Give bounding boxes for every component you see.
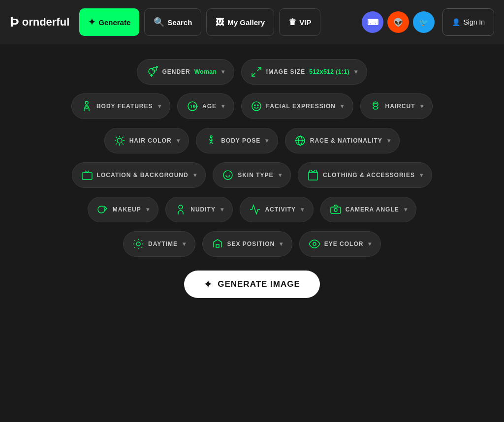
vip-nav-button[interactable]: ♛ VIP — [279, 8, 320, 36]
discord-icon: ⌨ — [367, 18, 378, 27]
social-icons: ⌨ 👽 🐦 👤 Sign In — [362, 8, 494, 36]
header: Þ ornderful ✦ Generate 🔍 Search 🖼 My Gal… — [0, 0, 504, 44]
skin-type-chevron: ▾ — [279, 172, 282, 179]
generate-nav-icon: ✦ — [88, 17, 95, 28]
facial-expression-icon — [251, 100, 262, 112]
search-nav-icon: 🔍 — [154, 17, 164, 28]
hair-color-icon — [114, 135, 126, 147]
body-features-icon — [81, 100, 93, 112]
haircut-label: HAIRCUT — [385, 103, 415, 110]
body-features-filter[interactable]: BODY FEATURES ▾ — [71, 93, 170, 119]
nudity-filter[interactable]: NUDITY ▾ — [165, 197, 233, 222]
location-background-filter[interactable]: LOCATION & BACKGROUND ▾ — [72, 162, 206, 188]
image-size-icon — [251, 66, 262, 78]
daytime-icon — [132, 238, 144, 250]
hair-color-filter[interactable]: HAIR COLOR ▾ — [104, 128, 189, 153]
hair-color-chevron: ▾ — [177, 137, 180, 144]
filter-row-3: HAIR COLOR ▾ BODY POSE ▾ RACE & NATIONAL… — [30, 128, 474, 153]
generate-nav-label: Generate — [98, 18, 130, 27]
facial-expression-label: FACIAL EXPRESSION — [266, 103, 336, 110]
clothing-accessories-chevron: ▾ — [420, 172, 423, 179]
age-chevron: ▾ — [221, 103, 225, 110]
gallery-nav-icon: 🖼 — [216, 17, 224, 28]
filter-row-4: LOCATION & BACKGROUND ▾ SKIN TYPE ▾ CLOT… — [30, 162, 474, 188]
race-nationality-icon — [294, 135, 306, 147]
skin-type-filter[interactable]: SKIN TYPE ▾ — [213, 162, 291, 188]
makeup-chevron: ▾ — [146, 206, 150, 213]
logo-text: ornderful — [22, 16, 70, 29]
activity-filter[interactable]: ACTIVITY ▾ — [240, 197, 313, 222]
generate-nav-button[interactable]: ✦ Generate — [79, 8, 139, 36]
vip-nav-icon: ♛ — [288, 17, 296, 28]
gallery-nav-label: My Gallery — [227, 18, 265, 27]
facial-expression-filter[interactable]: FACIAL EXPRESSION ▾ — [241, 93, 353, 119]
image-size-chevron: ▾ — [354, 68, 358, 75]
haircut-filter[interactable]: HAIRCUT ▾ — [360, 93, 433, 119]
daytime-chevron: ▾ — [183, 241, 186, 247]
generate-image-icon: ✦ — [204, 278, 213, 290]
signin-button[interactable]: 👤 Sign In — [442, 8, 494, 36]
nudity-icon — [175, 204, 187, 215]
activity-chevron: ▾ — [301, 206, 304, 213]
svg-point-25 — [136, 242, 140, 246]
svg-point-12 — [252, 102, 261, 111]
svg-point-15 — [373, 102, 378, 107]
body-pose-chevron: ▾ — [265, 137, 269, 144]
eye-color-filter[interactable]: EYE COLOR ▾ — [299, 231, 381, 257]
image-size-label: IMAGE SIZE — [266, 68, 305, 75]
svg-point-13 — [254, 105, 255, 106]
generate-image-label: GENERATE IMAGE — [218, 279, 300, 289]
svg-point-21 — [98, 206, 105, 213]
age-icon: 18+ — [187, 100, 198, 112]
svg-point-20 — [223, 171, 232, 180]
svg-point-17 — [210, 136, 212, 138]
image-size-filter[interactable]: IMAGE SIZE 512x512 (1:1) ▾ — [241, 59, 367, 85]
sex-position-chevron: ▾ — [280, 241, 283, 247]
svg-point-16 — [117, 138, 122, 143]
reddit-button[interactable]: 👽 — [387, 11, 409, 33]
race-nationality-filter[interactable]: RACE & NATIONALITY ▾ — [285, 128, 400, 153]
clothing-accessories-filter[interactable]: CLOTHING & ACCESSORIES ▾ — [298, 162, 432, 188]
main-content: GENDER Woman ▾ IMAGE SIZE 512x512 (1:1) … — [0, 44, 504, 313]
svg-point-24 — [334, 209, 337, 211]
body-features-chevron: ▾ — [158, 103, 161, 110]
svg-point-27 — [313, 242, 316, 245]
clothing-accessories-label: CLOTHING & ACCESSORIES — [323, 172, 415, 179]
nudity-chevron: ▾ — [220, 206, 224, 213]
makeup-filter[interactable]: MAKEUP ▾ — [88, 197, 159, 222]
gender-chevron: ▾ — [221, 68, 225, 75]
body-pose-label: BODY POSE — [221, 137, 260, 144]
image-size-value: 512x512 (1:1) — [309, 68, 349, 75]
sex-position-filter[interactable]: SEX POSITION ▾ — [202, 231, 292, 257]
daytime-filter[interactable]: DAYTIME ▾ — [123, 231, 195, 257]
svg-rect-23 — [331, 207, 341, 213]
logo-icon: Þ — [10, 14, 19, 30]
discord-button[interactable]: ⌨ — [362, 11, 383, 33]
camera-angle-icon — [330, 204, 342, 215]
vip-nav-label: VIP — [299, 18, 311, 27]
twitter-button[interactable]: 🐦 — [413, 11, 435, 33]
generate-image-button[interactable]: ✦ GENERATE IMAGE — [184, 271, 320, 298]
body-features-label: BODY FEATURES — [96, 103, 153, 110]
svg-point-14 — [257, 105, 258, 106]
location-background-icon — [81, 169, 93, 181]
skin-type-label: SKIN TYPE — [238, 172, 273, 179]
camera-angle-filter[interactable]: CAMERA ANGLE ▾ — [320, 197, 417, 222]
activity-icon — [249, 204, 261, 215]
makeup-icon — [97, 204, 109, 215]
body-pose-filter[interactable]: BODY POSE ▾ — [196, 128, 278, 153]
camera-angle-label: CAMERA ANGLE — [346, 206, 399, 213]
skin-type-icon — [222, 169, 234, 181]
gender-filter[interactable]: GENDER Woman ▾ — [137, 59, 234, 85]
search-nav-label: Search — [167, 18, 192, 27]
svg-point-22 — [179, 205, 183, 209]
race-nationality-chevron: ▾ — [387, 137, 391, 144]
age-filter[interactable]: 18+ AGE ▾ — [177, 93, 234, 119]
twitter-icon: 🐦 — [419, 18, 429, 27]
race-nationality-label: RACE & NATIONALITY — [310, 137, 382, 144]
gallery-nav-button[interactable]: 🖼 My Gallery — [206, 8, 274, 36]
search-nav-button[interactable]: 🔍 Search — [144, 8, 201, 36]
filter-row-2: BODY FEATURES ▾ 18+ AGE ▾ FACIAL EXPRESS… — [30, 93, 474, 119]
hair-color-label: HAIR COLOR — [129, 137, 172, 144]
gender-value: Woman — [194, 68, 217, 75]
